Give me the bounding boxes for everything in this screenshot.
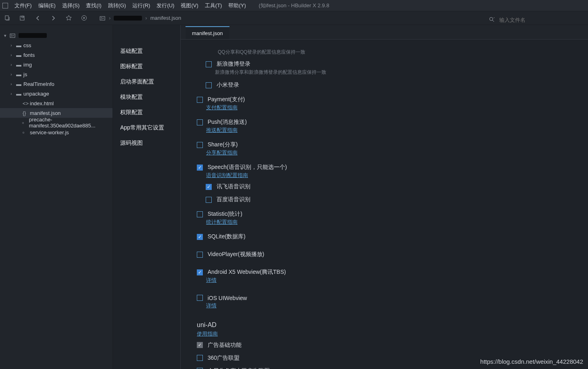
link-ios-details[interactable]: 详情	[206, 302, 217, 309]
menu-goto[interactable]: 跳转(G)	[108, 2, 126, 9]
checkbox-videoplayer[interactable]	[197, 252, 203, 258]
checkbox-speech-baidu[interactable]	[206, 197, 212, 203]
label-x5-webview: Android X5 Webview(腾讯TBS)	[208, 269, 286, 276]
nav-module-config[interactable]: 模块配置	[113, 90, 180, 105]
folder-icon: ▬	[16, 81, 23, 87]
checkbox-xiaomi-login[interactable]	[206, 82, 212, 88]
label-speech-baidu: 百度语音识别	[217, 196, 250, 203]
checkbox-ad-base[interactable]	[197, 342, 203, 348]
link-speech-guide[interactable]: 语音识别配置指南	[206, 172, 248, 178]
nav-other-settings[interactable]: App常用其它设置	[113, 120, 180, 136]
tree-label: img	[23, 62, 32, 68]
label-speech-xunfei: 讯飞语音识别	[217, 183, 250, 190]
search-icon[interactable]	[489, 17, 495, 23]
link-push-guide[interactable]: 推送配置指南	[206, 127, 238, 133]
tree-root[interactable]: ▾ 5+	[0, 31, 113, 40]
tree-folder-unpackage[interactable]: ›▬unpackage	[0, 89, 113, 98]
file-icon: ▫	[22, 120, 29, 126]
svg-rect-2	[22, 16, 23, 18]
menu-edit[interactable]: 编辑(E)	[38, 2, 56, 9]
checkbox-speech[interactable]	[197, 165, 203, 171]
folder-icon: ▬	[16, 42, 23, 48]
label-ad-360: 360广告联盟	[208, 354, 240, 362]
menu-publish[interactable]: 发行(U)	[156, 2, 174, 9]
new-file-icon[interactable]	[4, 15, 10, 21]
menu-view[interactable]: 视图(V)	[181, 2, 198, 9]
link-payment-guide[interactable]: 支付配置指南	[206, 104, 238, 110]
star-icon[interactable]	[65, 15, 72, 21]
checkbox-speech-xunfei[interactable]	[206, 184, 212, 190]
chevron-right-icon: ›	[10, 52, 16, 57]
chevron-right-icon: ›	[109, 15, 111, 21]
svg-text:5+: 5+	[101, 17, 104, 20]
tree-label: service-worker.js	[30, 129, 69, 136]
manifest-sidenav: 基础配置 图标配置 启动界面配置 模块配置 权限配置 App常用其它设置 源码视…	[113, 25, 181, 369]
svg-text:5+: 5+	[11, 34, 14, 37]
label-xiaomi-login: 小米登录	[217, 81, 239, 89]
checkbox-sqlite[interactable]	[197, 234, 203, 240]
project-icon: 5+	[10, 33, 17, 38]
label-weibo-login: 新浪微博登录	[217, 60, 250, 68]
tree-file-index-html[interactable]: <>index.html	[0, 98, 113, 108]
tree-root-label	[19, 33, 47, 38]
nav-source-view[interactable]: 源码视图	[113, 136, 180, 151]
tree-label: RealTimeInfo	[23, 81, 54, 87]
watermark-text: https://blog.csdn.net/weixin_44228042	[480, 358, 583, 365]
tree-label: index.html	[30, 100, 54, 106]
tree-label: css	[23, 42, 31, 48]
editor-tabs: manifest.json	[181, 25, 588, 40]
nav-forward-icon[interactable]	[50, 15, 56, 21]
menu-tools[interactable]: 工具(T)	[205, 2, 222, 9]
nav-permission-config[interactable]: 权限配置	[113, 105, 180, 120]
checkbox-payment[interactable]	[197, 97, 203, 103]
nav-basic-config[interactable]: 基础配置	[113, 44, 180, 59]
tree-folder-img[interactable]: ›▬img	[0, 60, 113, 69]
tree-folder-fonts[interactable]: ›▬fonts	[0, 50, 113, 60]
manifest-content: manifest.json QQ分享和QQ登录的配置信息应保持一致 新浪微博登录…	[181, 25, 588, 369]
nav-splash-config[interactable]: 启动界面配置	[113, 74, 180, 90]
link-x5-details[interactable]: 详情	[206, 277, 217, 283]
tree-file-service-worker[interactable]: ▫service-worker.js	[0, 127, 113, 137]
chevron-right-icon: ›	[10, 81, 16, 86]
tab-manifest-json[interactable]: manifest.json	[186, 26, 229, 39]
tree-file-precache-manifest[interactable]: ▫precache-manifest.350ea902dae885...	[0, 118, 113, 127]
menu-select[interactable]: 选择(S)	[62, 2, 79, 9]
link-share-guide[interactable]: 分享配置指南	[206, 150, 238, 156]
toolbar: 5+ › › manifest.json	[0, 11, 588, 25]
menu-file[interactable]: 文件(F)	[15, 2, 32, 9]
tree-label: js	[23, 71, 27, 77]
search-input[interactable]	[499, 17, 580, 23]
breadcrumb-project[interactable]	[114, 16, 142, 21]
checkbox-share[interactable]	[197, 142, 203, 148]
tree-label: fonts	[23, 52, 35, 58]
section-uniad-title: uni-AD	[197, 321, 580, 329]
label-ad-base: 广告基础功能	[208, 342, 242, 349]
checkbox-push[interactable]	[197, 119, 203, 125]
link-uniad-guide[interactable]: 使用指南	[197, 331, 218, 337]
chevron-right-icon: ›	[10, 43, 16, 48]
checkbox-weibo-login[interactable]	[206, 61, 212, 67]
tree-folder-realtimeinfo[interactable]: ›▬RealTimeInfo	[0, 79, 113, 89]
chevron-right-icon: ›	[10, 72, 16, 77]
checkbox-ios-uiwebview[interactable]	[197, 295, 203, 301]
tree-folder-js[interactable]: ›▬js	[0, 69, 113, 79]
menu-run[interactable]: 运行(R)	[132, 2, 150, 9]
chevron-right-icon: ›	[145, 15, 147, 21]
label-speech: Speech(语音识别，只能选一个)	[208, 164, 287, 171]
svg-point-6	[490, 17, 493, 21]
checkbox-x5-webview[interactable]	[197, 269, 203, 275]
nav-back-icon[interactable]	[35, 15, 41, 21]
menu-help[interactable]: 帮助(Y)	[228, 2, 246, 9]
file-icon: ▫	[23, 129, 30, 136]
link-statistic-guide[interactable]: 统计配置指南	[206, 219, 238, 225]
breadcrumb-file[interactable]: manifest.json	[150, 15, 181, 21]
tree-folder-css[interactable]: ›▬css	[0, 40, 113, 50]
tree-label: unpackage	[23, 91, 49, 97]
save-icon[interactable]	[19, 15, 26, 21]
checkbox-statistic[interactable]	[197, 211, 203, 217]
play-icon[interactable]	[81, 15, 87, 21]
nav-icon-config[interactable]: 图标配置	[113, 59, 180, 74]
json-file-icon: {}	[23, 110, 30, 116]
menu-find[interactable]: 查找(I)	[86, 2, 101, 9]
checkbox-ad-360[interactable]	[197, 355, 203, 361]
